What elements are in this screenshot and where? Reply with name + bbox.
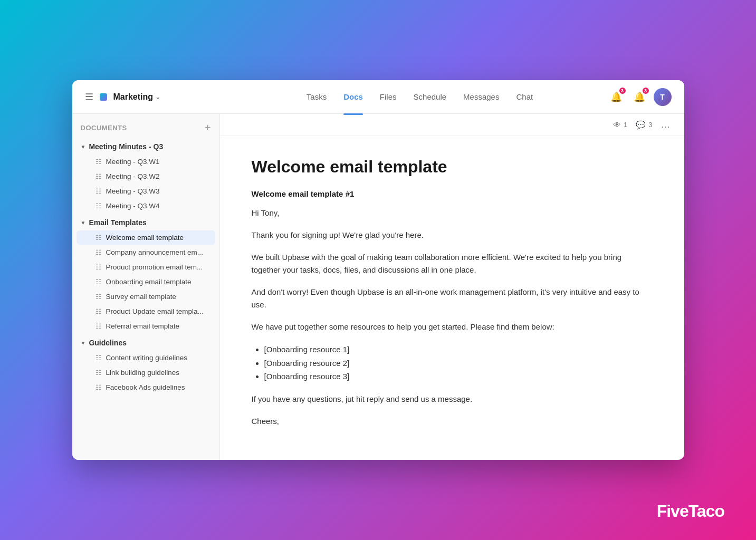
tab-schedule[interactable]: Schedule <box>414 90 447 103</box>
app-window: ☰ Marketing ⌄ Tasks Docs Files Schedule … <box>72 80 684 460</box>
section-items-guidelines: ☷ Content writing guidelines ☷ Link buil… <box>72 351 219 394</box>
doc-icon-meeting-q3w3: ☷ <box>95 187 102 195</box>
section-header-guidelines[interactable]: ▼ Guidelines <box>72 335 219 350</box>
doc-icon-survey-email: ☷ <box>95 293 102 301</box>
doc-icon-referral-email: ☷ <box>95 322 102 330</box>
project-chevron-icon: ⌄ <box>155 93 160 101</box>
doc-title: Welcome email template <box>252 157 653 177</box>
section-guidelines: ▼ Guidelines ☷ Content writing guideline… <box>72 335 219 394</box>
doc-resources-list: [Onboarding resource 1] [Onboarding reso… <box>264 343 653 383</box>
doc-content: 👁 1 💬 3 … Welcome email template Welcome… <box>220 114 684 460</box>
top-nav: ☰ Marketing ⌄ Tasks Docs Files Schedule … <box>72 80 684 114</box>
doc-label-link-building: Link building guidelines <box>106 369 180 377</box>
viewers-count[interactable]: 👁 1 <box>613 120 627 129</box>
list-item-2: [Onboarding resource 2] <box>264 356 653 370</box>
doc-label-content-writing: Content writing guidelines <box>106 354 188 362</box>
doc-item-product-promotion[interactable]: ☷ Product promotion email tem... <box>76 260 215 274</box>
doc-label-meeting-q3w2: Meeting - Q3.W2 <box>106 172 160 180</box>
doc-paragraph-3: And don't worry! Even though Upbase is a… <box>252 286 653 311</box>
notification-badge-2: 3 <box>642 86 650 95</box>
comment-count-label: 3 <box>648 121 652 129</box>
eye-count-label: 1 <box>624 121 627 129</box>
tab-files[interactable]: Files <box>380 90 397 103</box>
section-title-email: Email Templates <box>89 218 146 227</box>
doc-icon-meeting-q3w2: ☷ <box>95 172 102 180</box>
doc-label-facebook-ads: Facebook Ads guidelines <box>106 383 185 391</box>
doc-paragraph-5: If you have any questions, jut hit reply… <box>252 393 653 406</box>
project-name-label: Marketing <box>113 92 154 102</box>
sidebar: Documents + ▼ Meeting Minutes - Q3 ☷ Mee… <box>72 114 220 460</box>
notification-badge-1: 3 <box>618 86 627 95</box>
doc-icon-link-building: ☷ <box>95 369 102 377</box>
doc-icon-facebook-ads: ☷ <box>95 383 102 391</box>
doc-paragraph-4: We have put together some resources to h… <box>252 321 653 333</box>
watermark-taco: Taco <box>688 502 724 520</box>
tab-messages[interactable]: Messages <box>463 90 499 103</box>
doc-label-product-update: Product Update email templa... <box>106 307 204 315</box>
sidebar-header: Documents + <box>72 122 219 139</box>
user-avatar[interactable]: T <box>654 88 672 106</box>
list-item-1: [Onboarding resource 1] <box>264 343 653 356</box>
doc-greeting: Hi Tony, <box>252 207 653 219</box>
main-content: Documents + ▼ Meeting Minutes - Q3 ☷ Mee… <box>72 114 684 460</box>
doc-item-onboarding-email[interactable]: ☷ Onboarding email template <box>76 275 215 289</box>
doc-label-survey-email: Survey email template <box>106 293 177 301</box>
doc-item-survey-email[interactable]: ☷ Survey email template <box>76 290 215 304</box>
notification-bell-1[interactable]: 🔔 3 <box>607 88 625 106</box>
doc-icon-meeting-q3w1: ☷ <box>95 158 102 166</box>
watermark-five: Five <box>657 502 688 520</box>
doc-label-meeting-q3w4: Meeting - Q3.W4 <box>106 202 160 210</box>
tab-chat[interactable]: Chat <box>516 90 533 103</box>
doc-item-content-writing[interactable]: ☷ Content writing guidelines <box>76 351 215 365</box>
doc-icon-onboarding-email: ☷ <box>95 278 102 286</box>
doc-item-meeting-q3w1[interactable]: ☷ Meeting - Q3.W1 <box>76 155 215 169</box>
comments-count[interactable]: 💬 3 <box>636 120 652 130</box>
section-header-meeting[interactable]: ▼ Meeting Minutes - Q3 <box>72 139 219 154</box>
tab-tasks[interactable]: Tasks <box>307 90 327 103</box>
notification-bell-2[interactable]: 🔔 3 <box>630 88 648 106</box>
doc-item-link-building[interactable]: ☷ Link building guidelines <box>76 365 215 380</box>
doc-label-company-announcement: Company announcement em... <box>106 248 204 256</box>
doc-label-referral-email: Referral email template <box>106 322 180 330</box>
section-arrow-email: ▼ <box>81 220 86 226</box>
section-header-email[interactable]: ▼ Email Templates <box>72 215 219 230</box>
sidebar-header-title: Documents <box>81 124 127 132</box>
doc-toolbar: 👁 1 💬 3 … <box>220 114 684 136</box>
hamburger-icon[interactable]: ☰ <box>85 91 93 103</box>
doc-label-meeting-q3w3: Meeting - Q3.W3 <box>106 187 160 195</box>
doc-label-welcome-email: Welcome email template <box>106 234 184 242</box>
doc-item-referral-email[interactable]: ☷ Referral email template <box>76 319 215 333</box>
doc-icon-welcome-email: ☷ <box>95 234 102 242</box>
nav-left: ☰ Marketing ⌄ <box>85 91 233 103</box>
sidebar-add-button[interactable]: + <box>205 122 211 133</box>
project-indicator <box>100 93 107 101</box>
doc-icon-meeting-q3w4: ☷ <box>95 202 102 210</box>
doc-item-meeting-q3w2[interactable]: ☷ Meeting - Q3.W2 <box>76 169 215 184</box>
project-name[interactable]: Marketing ⌄ <box>113 92 161 102</box>
doc-item-welcome-email[interactable]: ☷ Welcome email template <box>76 230 215 245</box>
doc-icon-content-writing: ☷ <box>95 354 102 362</box>
doc-body: Welcome email template Welcome email tem… <box>220 136 684 460</box>
doc-item-facebook-ads[interactable]: ☷ Facebook Ads guidelines <box>76 380 215 394</box>
doc-item-company-announcement[interactable]: ☷ Company announcement em... <box>76 245 215 259</box>
section-title-guidelines: Guidelines <box>89 339 127 347</box>
doc-icon-company-announcement: ☷ <box>95 248 102 256</box>
doc-label-meeting-q3w1: Meeting - Q3.W1 <box>106 158 160 166</box>
section-items-email: ☷ Welcome email template ☷ Company annou… <box>72 230 219 333</box>
section-arrow-guidelines: ▼ <box>81 340 86 346</box>
doc-closing: Cheers, <box>252 415 653 428</box>
more-options-button[interactable]: … <box>661 119 672 130</box>
doc-label-onboarding-email: Onboarding email template <box>106 278 192 286</box>
doc-item-meeting-q3w3[interactable]: ☷ Meeting - Q3.W3 <box>76 184 215 198</box>
tab-docs[interactable]: Docs <box>343 90 363 103</box>
doc-label-product-promotion: Product promotion email tem... <box>106 263 203 271</box>
doc-icon-product-update: ☷ <box>95 307 102 315</box>
doc-item-meeting-q3w4[interactable]: ☷ Meeting - Q3.W4 <box>76 199 215 213</box>
eye-icon: 👁 <box>613 120 621 129</box>
doc-icon-product-promotion: ☷ <box>95 263 102 271</box>
section-title-meeting: Meeting Minutes - Q3 <box>89 142 163 151</box>
section-arrow-meeting: ▼ <box>81 144 86 150</box>
doc-item-product-update[interactable]: ☷ Product Update email templa... <box>76 304 215 319</box>
section-items-meeting: ☷ Meeting - Q3.W1 ☷ Meeting - Q3.W2 ☷ Me… <box>72 155 219 213</box>
section-meeting-minutes: ▼ Meeting Minutes - Q3 ☷ Meeting - Q3.W1… <box>72 139 219 213</box>
